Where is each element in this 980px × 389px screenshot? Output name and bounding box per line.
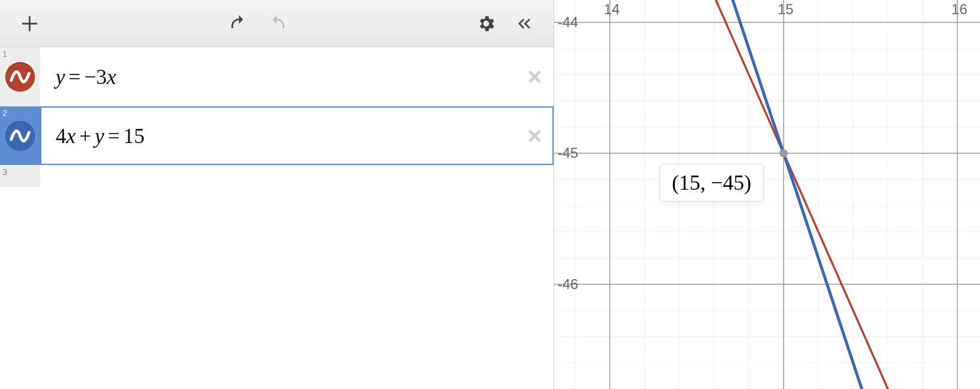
undo-button[interactable]: [225, 9, 253, 38]
add-expression-button[interactable]: [15, 9, 44, 38]
svg-line-33: [554, 0, 980, 389]
row-index: 3: [2, 167, 7, 177]
toolbar: [0, 0, 554, 47]
collapse-panel-button[interactable]: [510, 9, 538, 38]
row-gutter: 3: [0, 166, 40, 187]
x-tick-label: 16: [952, 1, 968, 18]
expression-row[interactable]: 2 4x+y=15: [0, 106, 554, 166]
row-index: 2: [2, 108, 7, 118]
delete-expression-button[interactable]: [524, 125, 545, 147]
redo-icon: [267, 14, 287, 34]
wave-icon: [9, 66, 31, 87]
redo-button[interactable]: [263, 9, 291, 38]
row-gutter[interactable]: 2: [0, 106, 40, 165]
svg-line-32: [554, 0, 980, 389]
expression-input[interactable]: y=−3x: [40, 47, 554, 106]
graph-area[interactable]: 141516-44-45-46 (15, −45): [554, 0, 980, 389]
expression-row[interactable]: 1 y=−3x: [0, 47, 554, 106]
chevron-double-left-icon: [514, 14, 534, 34]
undo-icon: [229, 14, 249, 34]
y-tick-label: -45: [558, 145, 578, 161]
x-tick-label: 14: [604, 1, 620, 18]
intersection-label[interactable]: (15, −45): [659, 164, 764, 202]
svg-point-34: [780, 149, 788, 157]
expression-color-chip[interactable]: [5, 121, 35, 151]
close-icon: [526, 127, 544, 145]
settings-button[interactable]: [472, 9, 500, 38]
graph-canvas[interactable]: [554, 0, 980, 389]
y-tick-label: -46: [558, 276, 578, 293]
gear-icon: [476, 14, 496, 34]
expression-panel: 1 y=−3x 2 4x+y=15: [0, 0, 554, 389]
wave-icon: [9, 125, 31, 147]
expression-color-chip[interactable]: [5, 62, 35, 92]
row-index: 1: [2, 48, 7, 59]
x-tick-label: 15: [778, 1, 794, 18]
empty-expression-row[interactable]: 3: [0, 166, 554, 187]
plus-icon: [20, 14, 40, 34]
expression-list: 1 y=−3x 2 4x+y=15: [0, 47, 554, 389]
close-icon: [526, 68, 544, 86]
delete-expression-button[interactable]: [524, 66, 545, 87]
row-gutter[interactable]: 1: [0, 47, 40, 106]
expression-input[interactable]: 4x+y=15: [40, 106, 554, 165]
y-tick-label: -44: [558, 14, 578, 31]
